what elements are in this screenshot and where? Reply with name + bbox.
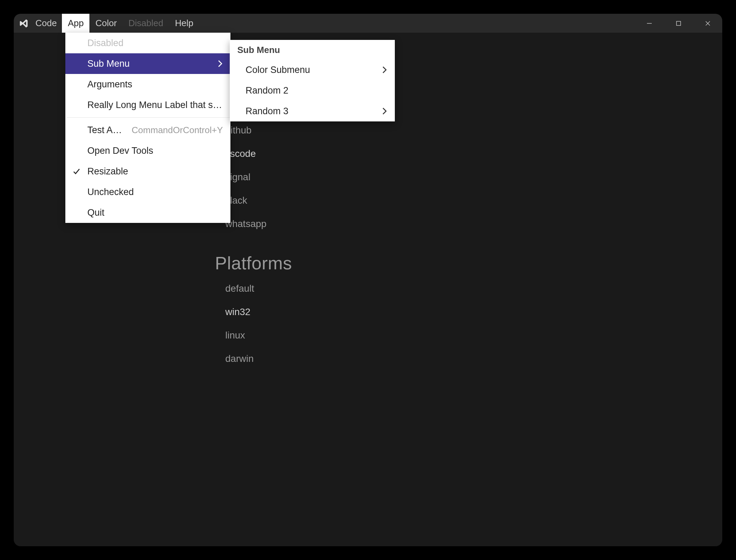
menu-item-accelerator: CommandOrControl+Y (125, 125, 223, 136)
apps-item-vscode[interactable]: vscode (215, 142, 708, 165)
submenu-item-color-submenu[interactable]: Color Submenu (230, 60, 395, 80)
menubar-item-disabled: Disabled (123, 14, 169, 33)
submenu-title: Sub Menu (230, 40, 395, 60)
app-icon (17, 14, 30, 33)
platforms-item-win32[interactable]: win32 (215, 300, 708, 324)
minimize-button[interactable] (635, 14, 664, 33)
menu-item-label: Open Dev Tools (87, 146, 153, 156)
menu-item-disabled: Disabled (65, 33, 230, 53)
menu-item-resizable[interactable]: Resizable (65, 161, 230, 182)
menubar-item-color[interactable]: Color (89, 14, 122, 33)
menubar: App Color Disabled Help (62, 14, 199, 33)
close-button[interactable] (693, 14, 722, 33)
app-title: Code (30, 14, 62, 33)
check-icon (72, 166, 81, 176)
chevron-right-icon (380, 66, 389, 74)
menu-item-label: Quit (87, 207, 105, 218)
platforms-item-default[interactable]: default (215, 277, 708, 300)
menu-item-label: Color Submenu (246, 65, 310, 75)
maximize-button[interactable] (664, 14, 693, 33)
menu-item-label: Arguments (87, 79, 132, 90)
menu-item-label: Resizable (87, 166, 128, 177)
submenu-item-random-3[interactable]: Random 3 (230, 101, 395, 121)
title-bar: Code App Color Disabled Help (14, 14, 722, 33)
menubar-item-help[interactable]: Help (169, 14, 199, 33)
chevron-right-icon (380, 107, 389, 115)
menu-item-quit[interactable]: Quit (65, 202, 230, 223)
menu-item-label: Really Long Menu Label that s… (87, 100, 222, 110)
menu-item-label: Unchecked (87, 187, 134, 197)
app-window: Code App Color Disabled Help git (14, 14, 722, 546)
apps-item-signal[interactable]: signal (215, 165, 708, 189)
menu-separator (66, 117, 230, 118)
menu-item-label: Random 3 (246, 106, 289, 117)
titlebar-left: Code App Color Disabled Help (17, 14, 199, 33)
svg-rect-1 (677, 21, 681, 25)
menu-item-sub-menu[interactable]: Sub Menu (65, 53, 230, 74)
activity-bar (14, 33, 46, 546)
sub-menu-dropdown: Sub Menu Color Submenu Random 2 Random 3 (230, 40, 395, 121)
window-controls (635, 14, 722, 33)
menu-item-label: Test Ac… (87, 125, 125, 136)
menu-item-label: Disabled (87, 38, 123, 49)
chevron-right-icon (216, 60, 224, 68)
app-dropdown-menu: Disabled Sub Menu Arguments Really Long … (65, 33, 230, 223)
platforms-heading: Platforms (215, 253, 708, 273)
menu-item-unchecked[interactable]: Unchecked (65, 182, 230, 202)
menu-item-label: Random 2 (246, 85, 289, 96)
apps-item-slack[interactable]: slack (215, 189, 708, 212)
menu-item-long-label[interactable]: Really Long Menu Label that s… (65, 95, 230, 115)
menu-item-label: Sub Menu (87, 58, 130, 69)
menu-item-arguments[interactable]: Arguments (65, 74, 230, 95)
menu-item-open-dev-tools[interactable]: Open Dev Tools (65, 140, 230, 161)
menubar-item-app[interactable]: App (62, 14, 89, 33)
apps-item-github[interactable]: github (215, 119, 708, 142)
platforms-item-linux[interactable]: linux (215, 324, 708, 347)
apps-item-whatsapp[interactable]: whatsapp (215, 212, 708, 236)
menu-item-test-accelerator[interactable]: Test Ac… CommandOrControl+Y (65, 120, 230, 140)
submenu-item-random-2[interactable]: Random 2 (230, 80, 395, 101)
platforms-item-darwin[interactable]: darwin (215, 347, 708, 370)
